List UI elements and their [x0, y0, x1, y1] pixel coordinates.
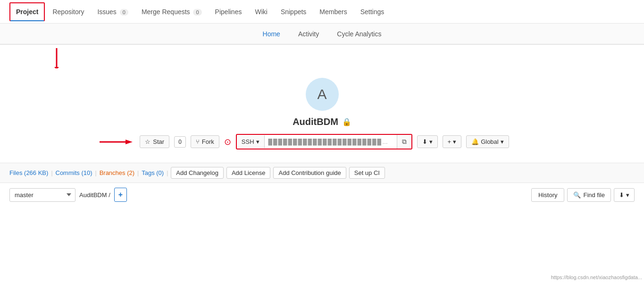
- svg-marker-3: [125, 140, 133, 144]
- project-name: AuditBDM 🔒: [0, 116, 644, 127]
- fork-icon: ⑂: [196, 138, 200, 145]
- red-arrow-right: [97, 135, 135, 149]
- nav-item-members[interactable]: Members: [314, 3, 352, 20]
- issues-badge: 0: [120, 9, 128, 16]
- project-avatar: A: [306, 78, 339, 111]
- branch-row: master AuditBDM / + History 🔍 Find file …: [0, 183, 644, 207]
- commits-link[interactable]: Commits (10): [56, 169, 92, 176]
- branch-download-button[interactable]: ⬇ ▾: [614, 188, 635, 202]
- sub-nav-item-home[interactable]: Home: [261, 25, 282, 43]
- branches-link[interactable]: Branches (2): [100, 169, 134, 176]
- nav-item-repository[interactable]: Repository: [47, 3, 90, 20]
- add-button[interactable]: + ▾: [443, 135, 462, 148]
- nav-item-merge-requests-label: Merge Requests: [142, 8, 190, 16]
- merge-requests-badge: 0: [193, 9, 201, 16]
- star-button[interactable]: ☆ Star: [140, 135, 169, 148]
- history-button[interactable]: History: [531, 188, 564, 202]
- fork-button[interactable]: ⑂ Fork: [191, 135, 219, 148]
- nav-item-settings[interactable]: Settings: [355, 3, 390, 20]
- ssh-url-box: SSH ▾ ██████████████████████████████████…: [236, 134, 412, 149]
- global-chevron: ▾: [501, 138, 504, 145]
- add-chevron: ▾: [453, 138, 456, 145]
- star-count: 0: [174, 136, 186, 148]
- actions-row: ☆ Star 0 ⑂ Fork ⊙ SSH ▾ ████████████████…: [0, 134, 644, 158]
- copy-icon: ⧉: [402, 138, 407, 145]
- plus-icon: +: [448, 138, 452, 145]
- sub-nav-item-activity[interactable]: Activity: [296, 25, 321, 43]
- copy-url-button[interactable]: ⧉: [397, 135, 411, 149]
- branch-right-buttons: History 🔍 Find file ⬇ ▾: [531, 188, 635, 202]
- top-nav-items: Project Repository Issues 0 Merge Reques…: [9, 2, 390, 21]
- project-section: A AuditBDM 🔒 ☆ Star 0 ⑂ Fork ⊙ SSH: [0, 68, 644, 163]
- add-changelog-button[interactable]: Add Changelog: [171, 167, 224, 179]
- notifications-button[interactable]: 🔔 Global ▾: [466, 135, 509, 148]
- tags-link[interactable]: Tags (0): [142, 169, 164, 176]
- nav-item-issues-label: Issues: [97, 8, 116, 16]
- branch-download-chevron: ▾: [626, 191, 629, 199]
- breadcrumb: AuditBDM /: [79, 191, 110, 199]
- annotation-area: [0, 45, 644, 68]
- nav-item-merge-requests[interactable]: Merge Requests 0: [136, 3, 208, 20]
- files-link[interactable]: Files (266 KB): [9, 169, 48, 176]
- search-icon: 🔍: [573, 191, 581, 199]
- lock-icon: 🔒: [342, 117, 351, 126]
- file-toolbar: Files (266 KB) | Commits (10) | Branches…: [0, 163, 644, 183]
- nav-item-wiki[interactable]: Wiki: [249, 3, 273, 20]
- ssh-dropdown-button[interactable]: SSH ▾: [237, 135, 265, 148]
- add-contribution-guide-button[interactable]: Add Contribution guide: [273, 167, 346, 179]
- download-icon: ⬇: [422, 138, 427, 145]
- sub-navigation: Home Activity Cycle Analytics: [0, 24, 644, 44]
- add-file-button[interactable]: +: [114, 188, 127, 202]
- find-file-button[interactable]: 🔍 Find file: [567, 188, 611, 202]
- sub-nav-item-cycle-analytics[interactable]: Cycle Analytics: [335, 25, 383, 43]
- nav-item-project[interactable]: Project: [9, 2, 45, 21]
- download-chevron: ▾: [429, 138, 433, 145]
- star-icon: ☆: [145, 138, 151, 145]
- ssh-url-text: ████████████████████████████████████████…: [265, 136, 397, 148]
- chevron-down-icon: ▾: [256, 138, 259, 145]
- annotation-arrow-vertical: [47, 47, 75, 68]
- nav-item-snippets[interactable]: Snippets: [275, 3, 312, 20]
- set-up-ci-button[interactable]: Set up CI: [349, 167, 385, 179]
- add-license-button[interactable]: Add License: [226, 167, 271, 179]
- svg-marker-1: [54, 67, 59, 68]
- annotation-circle: ⊙: [224, 137, 231, 147]
- nav-item-issues[interactable]: Issues 0: [92, 3, 134, 20]
- bell-icon: 🔔: [471, 138, 479, 145]
- download-button[interactable]: ⬇ ▾: [417, 135, 438, 148]
- top-navigation: Project Repository Issues 0 Merge Reques…: [0, 0, 644, 24]
- branch-selector[interactable]: master: [9, 188, 75, 202]
- branch-download-icon: ⬇: [619, 191, 624, 199]
- nav-item-pipelines[interactable]: Pipelines: [209, 3, 248, 20]
